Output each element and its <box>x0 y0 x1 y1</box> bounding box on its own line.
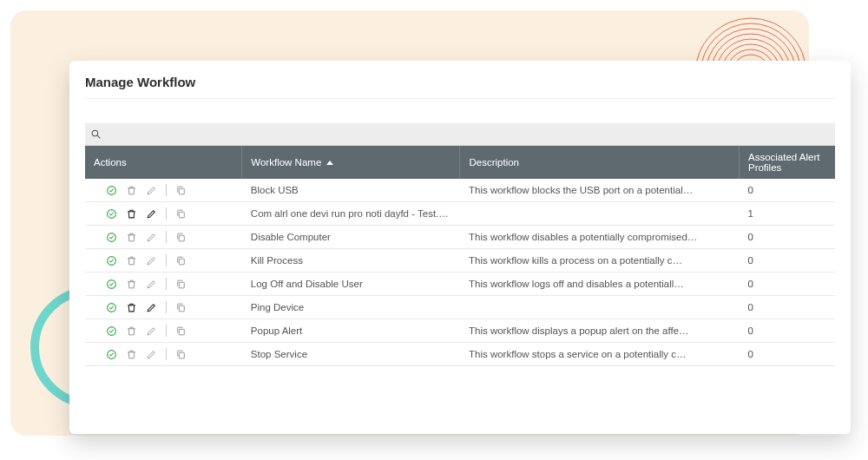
description-cell <box>460 296 739 319</box>
action-divider <box>166 278 167 290</box>
actions-cell <box>94 301 233 313</box>
workflow-name-cell[interactable]: Kill Process <box>242 249 460 273</box>
table-row[interactable]: Log Off and Disable UserThis workflow lo… <box>85 273 835 296</box>
col-description[interactable]: Description <box>460 146 739 179</box>
col-workflow-name[interactable]: Workflow Name <box>242 146 460 179</box>
table-row[interactable]: Ping Device0 <box>85 296 835 319</box>
workflow-name-cell[interactable]: Disable Computer <box>242 226 460 249</box>
description-cell: This workflow stops a service on a poten… <box>460 343 739 366</box>
description-cell: This workflow disables a potentially com… <box>460 226 739 249</box>
associated-count-cell: 0 <box>739 226 835 249</box>
edit-icon[interactable] <box>146 255 157 266</box>
search-icon <box>90 128 102 140</box>
svg-rect-13 <box>179 212 184 218</box>
associated-count-cell: 0 <box>739 319 835 343</box>
workflow-name-cell[interactable]: Com alrl one devi run pro noti dayfd - T… <box>242 202 460 226</box>
associated-count-cell: 0 <box>739 343 835 366</box>
associated-count-cell: 1 <box>739 202 835 226</box>
associated-count-cell: 0 <box>739 296 835 319</box>
delete-icon[interactable] <box>126 255 137 266</box>
svg-rect-19 <box>179 282 184 288</box>
enable-icon[interactable] <box>106 279 117 290</box>
delete-icon[interactable] <box>126 208 137 220</box>
table-row[interactable]: Disable ComputerThis workflow disables a… <box>85 226 835 249</box>
action-divider <box>166 231 167 243</box>
table-row[interactable]: Com alrl one devi run pro noti dayfd - T… <box>85 202 835 226</box>
description-cell <box>460 202 739 226</box>
delete-icon[interactable] <box>126 185 137 196</box>
col-actions[interactable]: Actions <box>85 146 242 179</box>
workflow-name-cell[interactable]: Popup Alert <box>242 319 460 343</box>
associated-count-cell: 0 <box>739 273 835 296</box>
actions-cell <box>94 231 233 243</box>
copy-icon[interactable] <box>175 279 187 290</box>
delete-icon[interactable] <box>126 325 137 337</box>
enable-icon[interactable] <box>106 232 117 243</box>
actions-cell <box>94 184 233 196</box>
action-divider <box>166 254 167 266</box>
delete-icon[interactable] <box>126 349 137 360</box>
svg-rect-23 <box>179 329 184 335</box>
edit-icon[interactable] <box>146 208 157 220</box>
delete-icon[interactable] <box>126 302 137 313</box>
copy-icon[interactable] <box>175 185 187 196</box>
copy-icon[interactable] <box>175 255 187 266</box>
workflow-name-cell[interactable]: Stop Service <box>242 343 460 366</box>
edit-icon[interactable] <box>146 302 157 313</box>
delete-icon[interactable] <box>126 232 137 243</box>
copy-icon[interactable] <box>175 349 187 360</box>
workflow-panel: Manage Workflow Actions Workflow Name De… <box>69 61 851 434</box>
actions-cell <box>94 254 233 266</box>
sort-asc-icon <box>326 161 333 165</box>
copy-icon[interactable] <box>175 302 187 313</box>
enable-icon[interactable] <box>106 325 117 337</box>
search-bar[interactable] <box>85 123 835 146</box>
copy-icon[interactable] <box>175 232 187 243</box>
copy-icon[interactable] <box>175 325 187 337</box>
action-divider <box>166 325 167 337</box>
action-divider <box>166 184 167 196</box>
associated-count-cell: 0 <box>739 179 835 202</box>
enable-icon[interactable] <box>106 349 117 360</box>
enable-icon[interactable] <box>106 255 117 266</box>
action-divider <box>166 207 167 220</box>
workflow-table: Actions Workflow Name Description Associ… <box>85 146 835 366</box>
workflow-name-cell[interactable]: Ping Device <box>242 296 460 319</box>
action-divider <box>166 348 167 360</box>
copy-icon[interactable] <box>175 208 187 220</box>
description-cell: This workflow logs off and disables a po… <box>460 273 739 296</box>
actions-cell <box>94 278 233 290</box>
description-cell: This workflow kills a process on a poten… <box>460 249 739 273</box>
table-row[interactable]: Popup AlertThis workflow displays a popu… <box>85 319 835 343</box>
description-cell: This workflow blocks the USB port on a p… <box>460 179 739 202</box>
table-row[interactable]: Stop ServiceThis workflow stops a servic… <box>85 343 835 366</box>
action-divider <box>166 301 167 313</box>
page-title: Manage Workflow <box>85 75 835 99</box>
actions-cell <box>94 207 233 220</box>
svg-rect-17 <box>179 259 184 265</box>
svg-line-9 <box>97 135 100 138</box>
associated-count-cell: 0 <box>739 249 835 273</box>
enable-icon[interactable] <box>106 302 117 313</box>
edit-icon[interactable] <box>146 325 157 337</box>
table-row[interactable]: Block USBThis workflow blocks the USB po… <box>85 179 835 202</box>
svg-rect-15 <box>179 235 184 241</box>
description-cell: This workflow displays a popup alert on … <box>460 319 739 343</box>
enable-icon[interactable] <box>106 208 117 220</box>
edit-icon[interactable] <box>146 185 157 196</box>
svg-point-8 <box>92 130 98 136</box>
workflow-name-cell[interactable]: Block USB <box>242 179 460 202</box>
svg-rect-25 <box>179 352 184 358</box>
edit-icon[interactable] <box>146 232 157 243</box>
svg-rect-11 <box>179 188 184 194</box>
edit-icon[interactable] <box>146 279 157 290</box>
edit-icon[interactable] <box>146 349 157 360</box>
workflow-name-cell[interactable]: Log Off and Disable User <box>242 273 460 296</box>
enable-icon[interactable] <box>106 185 117 196</box>
table-row[interactable]: Kill ProcessThis workflow kills a proces… <box>85 249 835 273</box>
table-body: Block USBThis workflow blocks the USB po… <box>85 179 835 366</box>
actions-cell <box>94 348 233 360</box>
actions-cell <box>94 325 233 337</box>
delete-icon[interactable] <box>126 279 137 290</box>
col-associated-alert-profiles[interactable]: Associated Alert Profiles <box>739 146 835 179</box>
